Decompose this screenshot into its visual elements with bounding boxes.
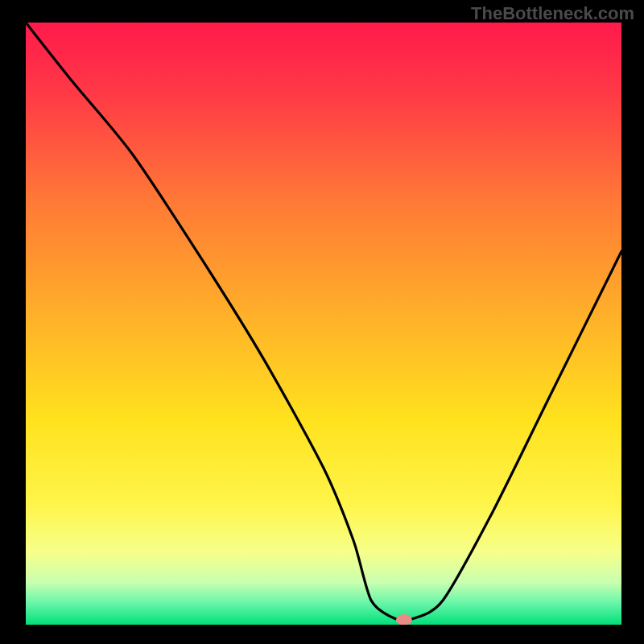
- gradient-background: [26, 23, 621, 625]
- bottleneck-plot-svg: [26, 23, 621, 625]
- chart-frame: TheBottleneck.com: [0, 0, 644, 644]
- bottleneck-plot: [26, 23, 621, 625]
- watermark-text: TheBottleneck.com: [471, 3, 634, 24]
